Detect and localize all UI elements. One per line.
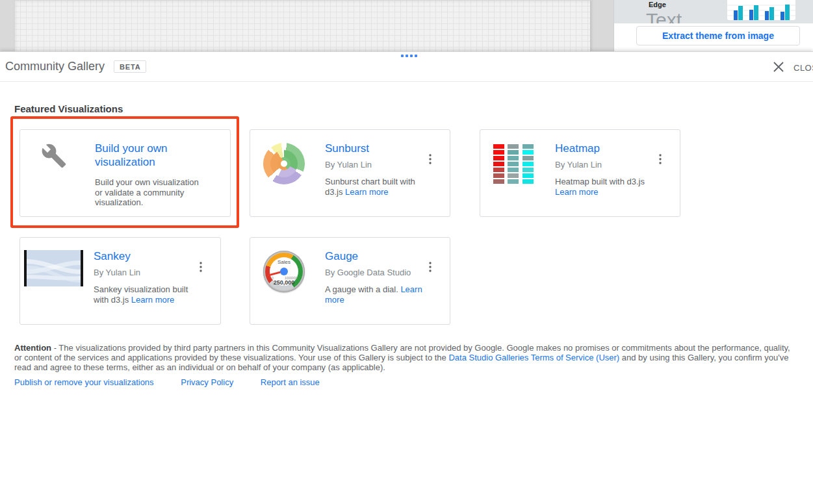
- theme-preview-card[interactable]: Edge Text: [614, 0, 813, 23]
- card-build-your-own[interactable]: Build your own visualization Build your …: [19, 129, 231, 217]
- attention-disclaimer: Attention - The visualizations provided …: [14, 343, 796, 373]
- extract-theme-button[interactable]: Extract theme from image: [636, 26, 800, 45]
- wrench-icon: [33, 143, 75, 184]
- card-sankey[interactable]: Sankey By Yulan Lin Sankey visualization…: [19, 237, 221, 325]
- description-text: Heatmap built with d3.js: [555, 177, 645, 186]
- card-text: Sunburst By Yulan Lin Sunburst chart bui…: [325, 143, 441, 216]
- theme-edge-label: Edge: [649, 1, 666, 8]
- card-text: Sankey By Yulan Lin Sankey visualization…: [94, 251, 211, 324]
- theme-chart-thumbnail: [727, 0, 795, 20]
- card-title[interactable]: Heatmap: [555, 142, 655, 155]
- community-gallery-modal: Community Gallery BETA CLOSE Featured Vi…: [0, 51, 813, 504]
- gauge-value-label: 250,000: [263, 279, 305, 286]
- modal-footer-links: Publish or remove your visualizations Pr…: [14, 377, 344, 387]
- gauge-chart-thumbnail: Sales 0 1000000 250,000: [263, 251, 305, 292]
- more-options-icon[interactable]: [426, 153, 434, 165]
- gauge-hub: [280, 268, 288, 275]
- sankey-chart-thumbnail: [24, 250, 83, 286]
- more-options-icon[interactable]: [426, 261, 434, 273]
- learn-more-link[interactable]: Learn more: [345, 187, 388, 197]
- card-author: By Yulan Lin: [555, 160, 655, 170]
- attention-label: Attention: [14, 343, 51, 353]
- description-text: Sankey visualization built: [94, 284, 188, 294]
- card-author: By Yulan Lin: [325, 160, 425, 170]
- card-description: A gauge with a dial. Learn more: [325, 284, 425, 305]
- card-title[interactable]: Build your own visualization: [95, 142, 205, 169]
- card-text: Gauge By Google Data Studio A gauge with…: [325, 251, 441, 324]
- modal-header: Community Gallery BETA: [0, 52, 813, 81]
- card-heatmap[interactable]: Heatmap By Yulan Lin Heatmap built with …: [480, 129, 680, 217]
- card-description: Sankey visualization builtwith d3.js Lea…: [94, 284, 196, 305]
- card-gauge[interactable]: Sales 0 1000000 250,000 Gauge By Google …: [250, 237, 450, 325]
- gauge-metric-label: Sales: [263, 259, 305, 265]
- card-text: Build your own visualization Build your …: [95, 143, 221, 216]
- mini-bar-chart: [727, 0, 795, 20]
- description-text: A gauge with a dial.: [325, 284, 398, 294]
- card-description: Build your own visualization or validate…: [95, 177, 200, 208]
- card-description: Heatmap built with d3.js Learn more: [555, 177, 655, 197]
- more-options-icon[interactable]: [656, 153, 664, 165]
- terms-of-service-link[interactable]: Data Studio Galleries Terms of Service (…: [448, 353, 619, 362]
- close-icon[interactable]: [773, 61, 784, 73]
- card-author: By Google Data Studio: [325, 268, 425, 277]
- heatmap-chart-thumbnail: [493, 143, 535, 184]
- beta-badge: BETA: [114, 60, 146, 73]
- report-an-issue-link[interactable]: Report an issue: [261, 377, 320, 387]
- report-canvas-grid: [14, 0, 590, 51]
- card-author: By Yulan Lin: [94, 268, 196, 277]
- privacy-policy-link[interactable]: Privacy Policy: [181, 377, 233, 387]
- close-button-label[interactable]: CLOSE: [794, 63, 813, 73]
- card-title[interactable]: Sunburst: [325, 142, 425, 155]
- card-sunburst[interactable]: Sunburst By Yulan Lin Sunburst chart bui…: [250, 129, 450, 217]
- learn-more-link[interactable]: Learn more: [555, 187, 598, 197]
- header-divider: [0, 81, 813, 82]
- sunburst-chart-thumbnail: [263, 143, 305, 184]
- modal-title: Community Gallery: [5, 60, 105, 73]
- report-editor-background: Edge Text Extract theme from image: [0, 0, 813, 51]
- section-title: Featured Visualizations: [14, 103, 123, 114]
- description-text: with d3.js: [94, 295, 129, 305]
- learn-more-link[interactable]: Learn more: [131, 295, 174, 305]
- theme-panel: Edge Text Extract theme from image: [613, 0, 813, 51]
- card-description: Sunburst chart built with d3.js Learn mo…: [325, 177, 425, 197]
- publish-or-remove-link[interactable]: Publish or remove your visualizations: [14, 377, 154, 387]
- card-title[interactable]: Sankey: [94, 249, 196, 263]
- card-title[interactable]: Gauge: [325, 249, 425, 263]
- theme-text-sample: Text: [646, 9, 682, 23]
- card-text: Heatmap By Yulan Lin Heatmap built with …: [555, 143, 671, 216]
- more-options-icon[interactable]: [197, 261, 205, 273]
